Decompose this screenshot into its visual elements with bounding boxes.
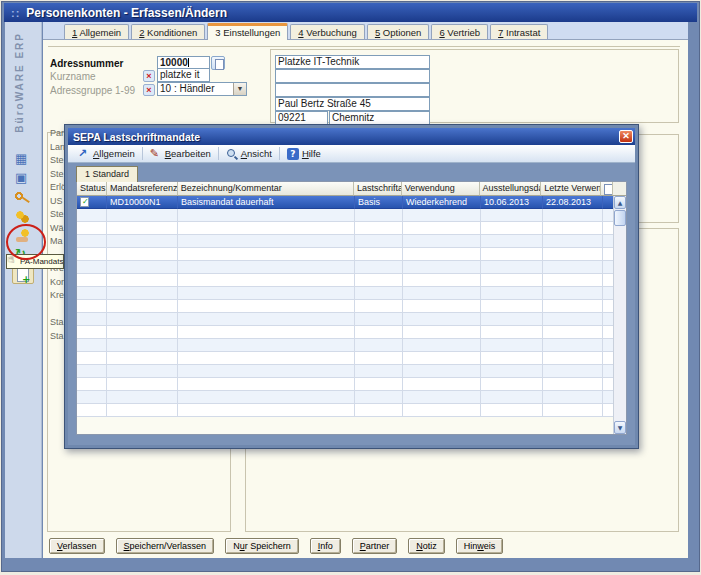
menu-item-label: Allgemein [93, 148, 135, 159]
menu-item-label: Ansicht [241, 148, 272, 159]
table-cell [178, 209, 355, 222]
table-cell [355, 365, 403, 378]
scroll-up-icon[interactable]: ▲ [614, 196, 626, 209]
adressgruppe-clear-icon[interactable]: × [143, 84, 155, 96]
sidebar-button-export-table-icon[interactable] [12, 151, 34, 170]
main-tab-6[interactable]: 6 Vertrieb [431, 24, 488, 39]
footer-button-speichern-verlassen[interactable]: Speichern/Verlassen [116, 538, 215, 554]
table-cell [481, 378, 543, 391]
main-tab-4[interactable]: 4 Verbuchung [290, 24, 365, 39]
table-cell [543, 274, 603, 287]
footer-button-hinweis[interactable]: Hinweis [456, 538, 504, 554]
zip-input[interactable]: 09221 [275, 111, 328, 125]
name1-input[interactable]: Platzke IT-Technik [275, 55, 430, 69]
table-cell [107, 339, 178, 352]
main-tab-5[interactable]: 5 Optionen [367, 24, 430, 39]
status-cell [77, 209, 107, 222]
help-icon [287, 148, 299, 160]
menu-item-ansicht[interactable]: Ansicht [220, 147, 278, 161]
table-row-selected[interactable]: MD10000N1Basismandat dauerhaftBasisWiede… [77, 196, 626, 209]
table-cell [481, 222, 543, 235]
name3-input[interactable] [275, 83, 430, 97]
mandate-table-panel: StatusMandatsreferenzBezeichnung/Komment… [76, 181, 627, 435]
table-cell [543, 209, 603, 222]
menu-separator [218, 147, 219, 160]
table-cell [178, 404, 355, 417]
table-row[interactable] [77, 404, 626, 417]
table-cell [481, 326, 543, 339]
sidebar-button-window-icon[interactable] [12, 170, 34, 189]
dialog-menubar: AllgemeinBearbeitenAnsichtHilfe [68, 145, 635, 163]
table-cell: Basis [355, 196, 403, 209]
table-cell [481, 391, 543, 404]
window-titlebar: :: Personenkonten - Erfassen/Ändern [4, 3, 697, 22]
menu-item-bearbeiten[interactable]: Bearbeiten [144, 147, 217, 161]
table-row[interactable] [77, 235, 626, 248]
table-row[interactable] [77, 300, 626, 313]
footer-button-verlassen[interactable]: Verlassen [49, 538, 105, 554]
table-row[interactable] [77, 313, 626, 326]
table-cell [178, 378, 355, 391]
column-header-letzte-verwendung[interactable]: Letzte Verwendung [541, 182, 601, 196]
column-header-lastschriftart[interactable]: Lastschriftart [354, 182, 402, 196]
street-input[interactable]: Paul Bertz Straße 45 [275, 97, 430, 111]
table-cell [403, 352, 481, 365]
table-row[interactable] [77, 274, 626, 287]
name2-input[interactable] [275, 69, 430, 83]
column-header-document-icon[interactable] [601, 182, 613, 196]
column-header-verwendung[interactable]: Verwendung [402, 182, 480, 196]
kurzname-clear-icon[interactable]: × [143, 70, 155, 82]
table-row[interactable] [77, 248, 626, 261]
table-row[interactable] [77, 339, 626, 352]
main-tab-7[interactable]: 7 Intrastat [490, 24, 548, 39]
table-cell [178, 248, 355, 261]
status-cell [77, 222, 107, 235]
menu-item-hilfe[interactable]: Hilfe [281, 147, 327, 161]
footer-button-nur-speichern[interactable]: Nur Speichern [225, 538, 299, 554]
city-input[interactable]: Chemnitz [329, 111, 430, 125]
table-row[interactable] [77, 261, 626, 274]
table-cell [481, 209, 543, 222]
edit-icon [150, 148, 162, 160]
kurzname-input[interactable]: platzke it [157, 68, 210, 82]
screen: :: Personenkonten - Erfassen/Ändern Büro… [0, 0, 701, 575]
scroll-down-icon[interactable]: ▼ [614, 421, 626, 434]
combo-dropdown-icon[interactable]: ▼ [233, 83, 246, 95]
table-cell [178, 274, 355, 287]
footer-button-info[interactable]: Info [310, 538, 341, 554]
table-row[interactable] [77, 209, 626, 222]
scrollbar-thumb[interactable] [614, 210, 626, 226]
vertical-scrollbar[interactable]: ▲ ▼ [613, 196, 626, 434]
table-cell [481, 261, 543, 274]
column-header-status[interactable]: Status [77, 182, 107, 196]
table-cell [481, 287, 543, 300]
dialog-tab-standard[interactable]: 1 Standard [76, 166, 138, 182]
table-row[interactable] [77, 352, 626, 365]
table-row[interactable] [77, 365, 626, 378]
table-row[interactable] [77, 391, 626, 404]
section-divider [48, 46, 680, 47]
main-tab-2[interactable]: 2 Konditionen [131, 24, 205, 39]
table-cell [481, 339, 543, 352]
table-row[interactable] [77, 378, 626, 391]
menu-item-allgemein[interactable]: Allgemein [72, 147, 141, 161]
adressnummer-lookup-button[interactable] [211, 56, 225, 70]
column-header-mandatsreferenz[interactable]: Mandatsreferenz [107, 182, 178, 196]
column-header-ausstellungsdatum[interactable]: Ausstellungsdatum [480, 182, 542, 196]
table-cell [178, 222, 355, 235]
footer-button-partner[interactable]: Partner [352, 538, 398, 554]
footer-button-notiz[interactable]: Notiz [408, 538, 445, 554]
menu-item-label: Bearbeiten [165, 148, 211, 159]
close-icon[interactable]: ✕ [619, 130, 633, 143]
main-tab-3[interactable]: 3 Einstellungen [207, 23, 288, 40]
sidebar-button-key-icon[interactable] [12, 189, 34, 208]
adressgruppe-combo[interactable]: 10 : Händler ▼ [157, 82, 247, 96]
table-cell [403, 274, 481, 287]
table-row[interactable] [77, 326, 626, 339]
table-row[interactable] [77, 287, 626, 300]
table-row[interactable] [77, 222, 626, 235]
column-header-bezeichnung-kommentar[interactable]: Bezeichnung/Kommentar [178, 182, 354, 196]
table-cell [107, 248, 178, 261]
main-tab-1[interactable]: 1 Allgemein [64, 24, 129, 39]
table-cell [481, 235, 543, 248]
